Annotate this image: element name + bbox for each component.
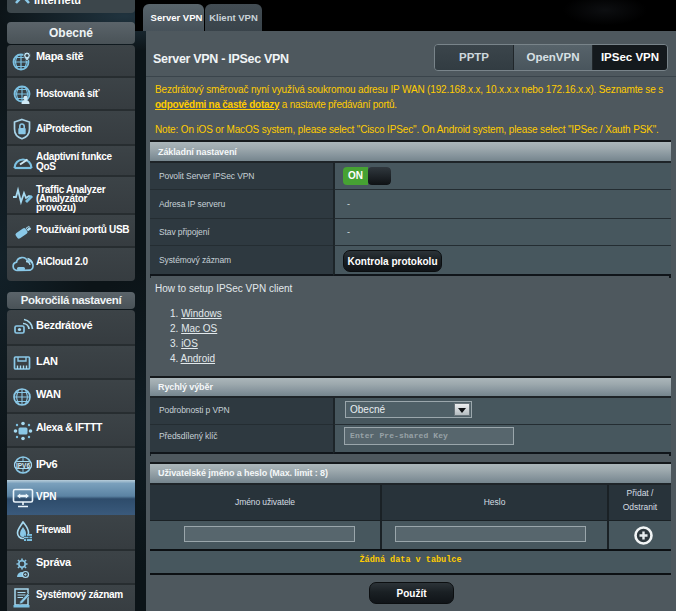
svg-text:IPV6: IPV6 bbox=[16, 462, 30, 469]
